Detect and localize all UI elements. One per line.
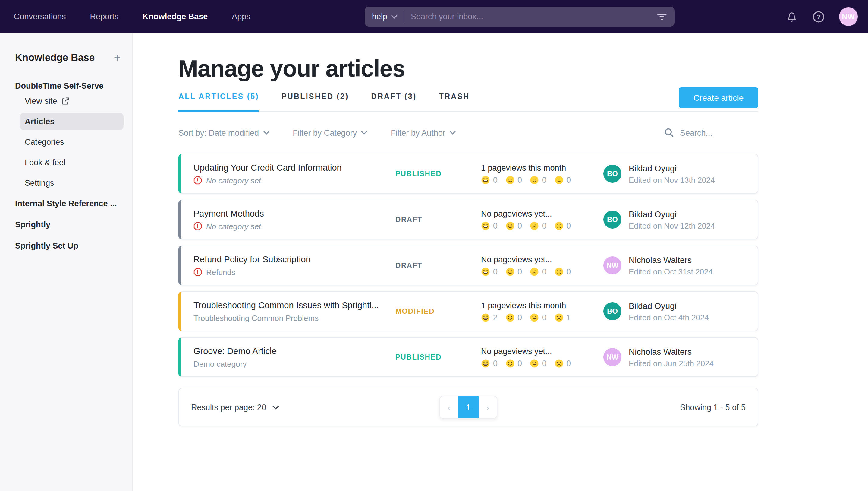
topbar-right-controls: ? NW (785, 0, 858, 33)
sidebar-kb-sprightly[interactable]: Sprightly (0, 214, 132, 235)
tab-trash[interactable]: TRASH (439, 92, 470, 112)
status-badge: DRAFT (396, 261, 481, 270)
filter-category-label: Filter by Category (293, 128, 357, 137)
filter-icon[interactable] (656, 12, 667, 21)
reaction-count: 0 (566, 267, 571, 276)
reaction-count: 0 (518, 358, 522, 368)
user-avatar[interactable]: NW (839, 7, 858, 26)
next-page-button[interactable]: › (478, 396, 497, 418)
pageviews-label: No pageviews yet... (481, 347, 603, 355)
sidebar-kb-internal-style-reference[interactable]: Internal Style Reference ... (0, 193, 132, 214)
status-badge: DRAFT (396, 215, 481, 224)
nav-conversations[interactable]: Conversations (14, 12, 66, 21)
edited-date: Edited on Oct 4th 2024 (629, 313, 709, 322)
search-icon (664, 128, 674, 138)
tab-all-articles[interactable]: ALL ARTICLES (5) (179, 92, 259, 112)
notifications-bell-icon[interactable] (785, 10, 798, 24)
kb-label: Internal Style Reference ... (15, 199, 117, 208)
current-page-button[interactable]: 1 (458, 396, 478, 418)
article-category: No category set (206, 222, 261, 231)
nav-reports[interactable]: Reports (90, 12, 119, 21)
reaction-count: 0 (518, 313, 522, 322)
pageviews-label: 1 pageviews this month (481, 301, 603, 310)
sidebar: Knowledge Base + DoubleTime Self-Serve V… (0, 33, 133, 491)
article-category: No category set (206, 176, 261, 185)
sidebar-item-settings[interactable]: Settings (0, 173, 132, 193)
chevron-down-icon (450, 131, 456, 135)
status-badge: MODIFIED (396, 307, 481, 315)
grinning-emoji-icon (481, 267, 490, 276)
reaction-count: 0 (542, 313, 547, 322)
showing-results-label: Showing 1 - 5 of 5 (680, 403, 746, 412)
article-category: Refunds (206, 267, 236, 277)
author-name: Bildad Oyugi (629, 209, 715, 219)
search-scope-label: help (372, 12, 387, 21)
reaction-counts: 0 0 0 0 (481, 175, 603, 184)
author-avatar: NW (603, 256, 621, 275)
sidebar-kb-sprightly-set-up[interactable]: Sprightly Set Up (0, 235, 132, 256)
search-scope-dropdown[interactable]: help (372, 12, 397, 21)
filter-author-dropdown[interactable]: Filter by Author (391, 128, 456, 137)
reaction-count: 0 (493, 358, 498, 368)
sidebar-item-look-feel[interactable]: Look & feel (0, 152, 132, 173)
author-name: Nicholas Walters (629, 347, 714, 356)
nav-apps[interactable]: Apps (232, 12, 250, 21)
article-row[interactable]: Groove: Demo Article Demo category PUBLI… (179, 337, 758, 377)
edited-date: Edited on Nov 12th 2024 (629, 221, 715, 230)
inbox-search-input[interactable] (411, 12, 656, 21)
confused-emoji-icon (530, 358, 539, 368)
article-list: Updating Your Credit Card Information No… (179, 154, 758, 377)
article-category: Demo category (193, 359, 247, 368)
pagination-bar: Results per page: 20 ‹ 1 › Showing 1 - 5… (179, 388, 758, 427)
article-tabs: ALL ARTICLES (5) PUBLISHED (2) DRAFT (3)… (179, 92, 758, 112)
reaction-count: 0 (566, 358, 571, 368)
warning-icon (193, 268, 202, 276)
reaction-count: 0 (542, 221, 547, 230)
inbox-search-bar[interactable]: help (365, 7, 675, 27)
confused-emoji-icon (530, 313, 539, 322)
article-search-input[interactable] (680, 128, 758, 137)
sort-by-label: Sort by: Date modified (179, 128, 259, 137)
pageviews-label: 1 pageviews this month (481, 163, 603, 172)
tab-draft[interactable]: DRAFT (3) (371, 92, 416, 112)
edited-date: Edited on Nov 13th 2024 (629, 175, 715, 184)
reaction-count: 0 (518, 221, 522, 230)
grinning-emoji-icon (481, 175, 490, 184)
external-link-icon (61, 97, 69, 105)
pageviews-label: No pageviews yet... (481, 255, 603, 264)
author-avatar: BO (603, 210, 621, 229)
article-row[interactable]: Updating Your Credit Card Information No… (179, 154, 758, 194)
main-content: Manage your articles ALL ARTICLES (5) PU… (133, 33, 868, 491)
svg-text:?: ? (817, 13, 820, 20)
help-icon[interactable]: ? (812, 10, 825, 23)
sidebar-item-categories[interactable]: Categories (0, 132, 132, 152)
tab-published[interactable]: PUBLISHED (2) (281, 92, 349, 112)
disappointed-emoji-icon (554, 221, 563, 230)
article-row[interactable]: Payment Methods No category set DRAFT No… (179, 200, 758, 239)
confused-emoji-icon (530, 267, 539, 276)
author-avatar: NW (603, 348, 621, 366)
reaction-count: 0 (542, 267, 547, 276)
filter-category-dropdown[interactable]: Filter by Category (293, 128, 367, 137)
author-name: Bildad Oyugi (629, 163, 715, 173)
sidebar-kb-doubletime[interactable]: DoubleTime Self-Serve (0, 81, 132, 90)
add-knowledge-base-button[interactable]: + (114, 52, 121, 63)
results-per-page-dropdown[interactable]: Results per page: 20 (191, 403, 279, 412)
smiling-emoji-icon (505, 313, 515, 322)
article-search[interactable] (664, 128, 758, 138)
smiling-emoji-icon (505, 221, 515, 230)
filter-author-label: Filter by Author (391, 128, 445, 137)
sidebar-item-view-site[interactable]: View site (0, 90, 132, 111)
settings-label: Settings (25, 178, 54, 187)
sort-by-dropdown[interactable]: Sort by: Date modified (179, 128, 269, 137)
article-title: Troubleshooting Common Issues with Sprig… (193, 300, 396, 310)
create-article-button[interactable]: Create article (679, 87, 758, 108)
sidebar-item-articles[interactable]: Articles (0, 111, 132, 132)
confused-emoji-icon (530, 175, 539, 184)
reaction-count: 0 (493, 175, 498, 184)
article-row[interactable]: Troubleshooting Common Issues with Sprig… (179, 291, 758, 331)
previous-page-button[interactable]: ‹ (440, 396, 458, 418)
nav-knowledge-base[interactable]: Knowledge Base (143, 12, 208, 21)
top-navigation-bar: Conversations Reports Knowledge Base App… (0, 0, 868, 33)
article-row[interactable]: Refund Policy for Subscription Refunds D… (179, 246, 758, 285)
